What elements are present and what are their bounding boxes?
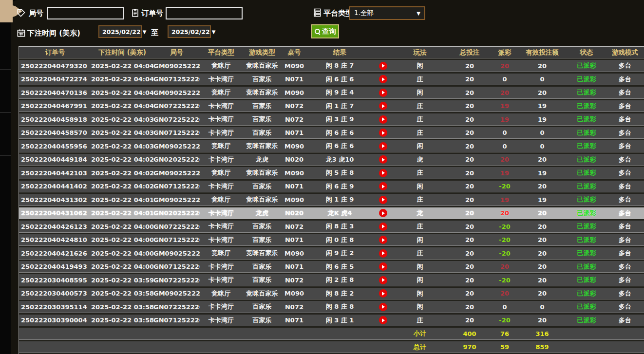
cell-round: GN071252220BJ [153, 74, 200, 87]
table-row[interactable]: 2502220304005732025-02-22 03:58:53GM0902… [19, 288, 644, 301]
platform-select[interactable]: 1.全部 ▼ [349, 6, 425, 20]
cell-bet-time: 2025-02-22 04:04:21 [91, 74, 153, 87]
play-video-icon[interactable] [379, 75, 387, 83]
cell-valid-bet: 19 [517, 167, 568, 181]
order-input[interactable] [166, 7, 243, 19]
divider [0, 155, 11, 156]
cell-result: 闲 2 庄 8 [307, 274, 373, 288]
table-row[interactable]: 2502220404248102025-02-22 04:00:47GN0712… [19, 234, 644, 248]
cell-order: 250222040449184 [19, 154, 91, 168]
play-video-icon[interactable] [379, 169, 387, 177]
table-row[interactable]: 2502220404310622025-02-22 04:01:16GN0202… [19, 207, 644, 221]
play-video-icon[interactable] [379, 276, 387, 284]
play-video-icon[interactable] [379, 155, 387, 164]
table-row[interactable]: 2502220404589182025-02-22 04:03:24GN0722… [19, 113, 644, 127]
cell-table-no: N071 [282, 234, 307, 248]
cell-platform: 卡卡湾厅 [200, 274, 243, 288]
cell-mode: 多台 [606, 234, 644, 248]
cell-table-no: N020 [282, 154, 307, 168]
table-row[interactable]: 2502220404679912025-02-22 04:04:05GN0722… [19, 100, 644, 114]
cell-game-type: 竞咪百家乐 [243, 288, 282, 301]
table-row[interactable]: 2502220304085952025-02-22 03:59:33GN0722… [19, 274, 644, 288]
play-video-icon[interactable] [379, 142, 387, 150]
cell-bet-time: 2025-02-22 03:58:05 [91, 315, 153, 328]
bet-time-filter-label: 下注时间 (美东) [27, 29, 80, 38]
cell-result: 闲 1 庄 7 [307, 100, 373, 114]
table-row[interactable]: 2502220404585702025-02-22 04:03:22GN0712… [19, 127, 644, 141]
cell-status: 已派彩 [568, 221, 606, 234]
search-button[interactable]: 查询 [311, 24, 339, 38]
play-video-icon[interactable] [379, 236, 387, 244]
cell-table-no: M090 [282, 167, 307, 181]
cell-payout: -20 [492, 315, 517, 328]
table-row[interactable]: 2502220404194932025-02-22 04:00:22GN0712… [19, 261, 644, 275]
total-row: 总计97059859 [19, 341, 644, 354]
cell-status: 已派彩 [568, 207, 606, 221]
cell-platform: 卡卡湾厅 [200, 301, 243, 315]
table-row[interactable]: 2502220404261232025-02-22 04:00:53GN0722… [19, 221, 644, 234]
cell-valid-bet: 0 [517, 301, 568, 315]
table-row[interactable]: 2502220404421032025-02-22 04:02:07GM0902… [19, 167, 644, 181]
divider [0, 69, 11, 70]
table-row[interactable]: 2502220404793202025-02-22 04:04:52GM0902… [19, 60, 644, 74]
play-video-icon[interactable] [379, 262, 387, 271]
play-video-icon[interactable] [379, 196, 387, 204]
cell-valid-bet: 19 [517, 113, 568, 127]
column-header: 玩法 [393, 47, 447, 60]
play-video-icon[interactable] [379, 209, 387, 217]
cell-result: 闲 8 庄 8 [307, 301, 373, 315]
cell-platform: 卡卡湾厅 [200, 234, 243, 248]
cell-order: 250222040419493 [19, 261, 91, 275]
table-row[interactable]: 2502220303900042025-02-22 03:58:05GN0712… [19, 315, 644, 328]
chevron-down-icon: ▼ [212, 29, 216, 35]
table-row[interactable]: 2502220404559562025-02-22 04:03:08GM0902… [19, 140, 644, 154]
cell-valid-bet: 0 [517, 140, 568, 154]
play-video-icon[interactable] [379, 129, 387, 137]
round-input[interactable] [47, 7, 124, 19]
cell-game-type: 龙虎 [243, 154, 282, 168]
cell-platform: 竞咪厅 [200, 194, 243, 207]
cell-valid-bet: 19 [517, 194, 568, 207]
cell-status: 已派彩 [568, 154, 606, 168]
play-video-icon[interactable] [379, 102, 387, 110]
play-video-icon[interactable] [379, 115, 387, 124]
table-row[interactable]: 2502220303951142025-02-22 03:58:27GN0722… [19, 301, 644, 315]
play-video-icon[interactable] [379, 62, 387, 70]
play-video-icon[interactable] [379, 223, 387, 231]
cell-status: 已派彩 [568, 261, 606, 275]
cell-game-type: 百家乐 [243, 181, 282, 194]
cell-game-type: 百家乐 [243, 301, 282, 315]
play-video-icon[interactable] [379, 316, 387, 324]
play-video-icon[interactable] [379, 303, 387, 311]
column-header: 结果 [307, 47, 373, 60]
cell-total-bet: 20 [447, 74, 492, 87]
table-row[interactable]: 2502220404414022025-02-22 04:02:04GN0712… [19, 181, 644, 194]
play-video-icon[interactable] [379, 289, 387, 298]
play-video-icon[interactable] [379, 249, 387, 258]
table-row[interactable]: 2502220404313022025-02-22 04:01:18GM0902… [19, 194, 644, 207]
date-to-select[interactable]: 2025/02/22 ▼ [168, 25, 211, 38]
cell-total-bet: 20 [447, 234, 492, 248]
cell-play [373, 194, 393, 207]
platform-select-value: 1.全部 [354, 9, 374, 18]
cell-table-no: M090 [282, 60, 307, 74]
table-row[interactable]: 2502220404701362025-02-22 04:04:12GM0902… [19, 87, 644, 100]
cell-result: 闲 9 庄 2 [307, 247, 373, 261]
table-row[interactable]: 2502220404491842025-02-22 04:02:37GN0202… [19, 154, 644, 168]
chevron-down-icon: ▼ [143, 29, 147, 35]
play-video-icon[interactable] [379, 182, 387, 190]
cell-bet-time: 2025-02-22 03:58:53 [91, 288, 153, 301]
table-row[interactable]: 2502220404216262025-02-22 04:00:34GM0902… [19, 247, 644, 261]
cell-round: GM0902522205K [153, 87, 200, 100]
cell-game-type: 百家乐 [243, 100, 282, 114]
cell-bet-time: 2025-02-22 04:00:53 [91, 221, 153, 234]
cell-result: 闲 8 庄 3 [307, 221, 373, 234]
column-header: 总投注 [447, 47, 492, 60]
cell-game-type: 竞咪百家乐 [243, 167, 282, 181]
play-video-icon[interactable] [379, 89, 387, 97]
date-from-select[interactable]: 2025/02/22 ▼ [98, 25, 142, 38]
table-row[interactable]: 2502220404722742025-02-22 04:04:21GN0712… [19, 74, 644, 87]
cell-play [373, 247, 393, 261]
cell-bet-on: 庄 [393, 221, 447, 234]
cell-valid-bet: 0 [517, 74, 568, 87]
